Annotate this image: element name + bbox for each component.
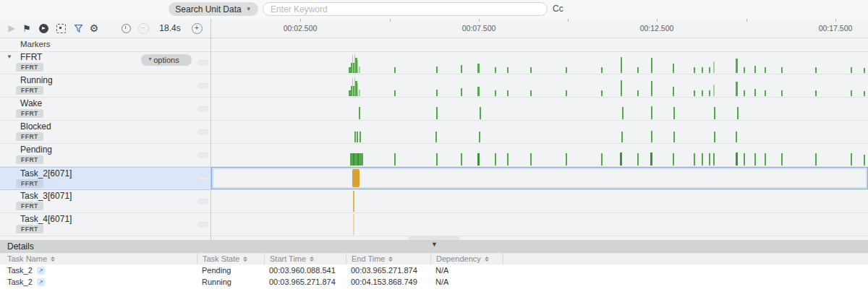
row-resize-handle[interactable]: [198, 129, 208, 134]
panel-row-task-3-6071-[interactable]: Task_3[6071]FFRT: [0, 190, 211, 213]
panel-row-pending[interactable]: PendingFFRT: [0, 144, 211, 167]
row-resize-handle[interactable]: [198, 222, 208, 227]
timeline-mark: [357, 60, 358, 73]
details-table-header: Task NameTask StateStart TimeEnd TimeDep…: [0, 253, 868, 265]
timeline-mark: [702, 153, 703, 166]
cell-start-time: 00:03.960.088.541: [264, 265, 346, 276]
cell-dependency: N/A: [430, 276, 503, 288]
timeline-mark: [737, 107, 739, 119]
top-search-bar: Search Unit Data ▼ Cc: [0, 0, 868, 19]
flag-icon[interactable]: ⚑: [21, 19, 33, 38]
panel-row-blocked[interactable]: BlockedFFRT: [0, 121, 211, 144]
timeline-mark: [461, 153, 462, 166]
track-ffrt[interactable]: [211, 51, 868, 74]
timeline-mark: [436, 153, 438, 166]
options-label: options: [153, 56, 179, 64]
timeline-mark: [480, 107, 481, 119]
match-case-toggle[interactable]: Cc: [553, 4, 563, 14]
timeline-mark: [622, 107, 624, 119]
panel-row-task-4-6071-[interactable]: Task_4[6071]FFRT: [0, 213, 211, 236]
sort-arrows-icon[interactable]: [485, 257, 489, 262]
timeline-mark: [359, 66, 360, 73]
jump-to-icon[interactable]: ↗: [37, 267, 45, 275]
jump-to-icon[interactable]: ↗: [37, 278, 45, 286]
track-task2[interactable]: [211, 167, 868, 190]
zoom-in-icon[interactable]: +: [191, 19, 203, 38]
sort-arrows-icon[interactable]: [310, 257, 314, 262]
ruler-tick: [835, 19, 836, 22]
timeline-mark: [694, 67, 695, 73]
markers-band[interactable]: Markers: [0, 38, 868, 52]
search-scope-label: Search Unit Data: [175, 4, 241, 14]
row-resize-handle[interactable]: [198, 152, 208, 158]
timeline-mark: [651, 131, 652, 142]
sort-arrows-icon[interactable]: [51, 257, 55, 262]
panel-row-running[interactable]: RunningFFRT: [0, 74, 211, 98]
track-task3[interactable]: [211, 190, 868, 213]
column-header-dependency[interactable]: Dependency: [430, 253, 503, 265]
play-icon[interactable]: ▶: [6, 19, 17, 38]
timeline-mark: [637, 153, 639, 166]
filter-icon[interactable]: [72, 19, 84, 38]
zoom-out-icon[interactable]: −: [137, 19, 149, 38]
timeline-mark: [754, 153, 756, 166]
row-resize-handle[interactable]: [198, 199, 208, 204]
markers-label: Markers: [20, 40, 51, 48]
timeline-mark: [815, 67, 817, 73]
collapse-caret-icon[interactable]: ▼: [431, 241, 438, 248]
keyword-search-input[interactable]: [263, 2, 548, 16]
timeline-mark: [436, 66, 438, 73]
expand-caret-icon[interactable]: ▼: [7, 53, 12, 60]
timeline-mark: [621, 132, 623, 142]
track-running[interactable]: [211, 74, 868, 98]
timeline-mark: [744, 90, 745, 96]
timeline-mark: [736, 152, 738, 166]
row-resize-handle[interactable]: [198, 176, 208, 181]
timeline-mark: [436, 107, 438, 119]
settings-gear-icon[interactable]: ⚙: [88, 19, 101, 38]
reset-zoom-icon[interactable]: [120, 19, 132, 38]
task-event-line: [353, 214, 354, 235]
details-header-bar[interactable]: Details ▼: [0, 240, 868, 254]
panel-row-task-2-6071-[interactable]: Task_2[6071]FFRT: [0, 167, 211, 190]
options-dropdown-button[interactable]: options▼: [141, 54, 192, 66]
timeline-mark: [709, 90, 710, 96]
timeline-mark: [713, 153, 715, 166]
row-resize-handle[interactable]: [198, 83, 208, 88]
column-header-end-time[interactable]: End Time: [346, 253, 430, 265]
track-blocked[interactable]: [211, 121, 868, 144]
navigate-icon[interactable]: [38, 19, 49, 38]
panel-row-ffrt[interactable]: ▼FFRTFFRToptions▼: [0, 51, 211, 74]
selected-track-overlay: [211, 167, 868, 189]
row-resize-handle[interactable]: [198, 106, 208, 111]
toolbar-ruler-band: ▶ ⚑ ⚙ − 18.4s + 00:02: [0, 19, 868, 38]
column-header-start-time[interactable]: Start Time: [264, 253, 346, 265]
panel-divider[interactable]: [210, 19, 211, 240]
column-header-task-name[interactable]: Task Name: [0, 253, 197, 265]
timeline-mark: [736, 82, 738, 96]
row-label: Running: [20, 75, 53, 85]
timeline-mark: [744, 153, 745, 166]
timeline-mark: [714, 107, 715, 119]
row-label: FFRT: [20, 52, 42, 62]
panel-row-wake[interactable]: WakeFFRT: [0, 98, 211, 121]
search-scope-dropdown[interactable]: Search Unit Data ▼: [169, 2, 258, 16]
track-task4[interactable]: [211, 213, 868, 236]
ruler-tick: [479, 19, 480, 22]
track-pending[interactable]: [211, 144, 868, 167]
sort-arrows-icon[interactable]: [243, 257, 247, 262]
timeline-ruler[interactable]: 00:02.50000:07.50000:12.50000:17.500: [211, 19, 868, 38]
timeline-mark: [815, 90, 817, 96]
timeline-mark: [359, 90, 360, 96]
row-resize-handle[interactable]: [198, 60, 208, 65]
column-header-task-state[interactable]: Task State: [197, 253, 264, 265]
table-row[interactable]: Task_2↗Pending00:03.960.088.54100:03.965…: [0, 265, 868, 276]
row-label: Blocked: [20, 121, 51, 132]
table-row[interactable]: Task_2↗Running00:03.965.271.87400:04.153…: [0, 276, 868, 288]
timeline-mark: [461, 65, 462, 73]
sort-arrows-icon[interactable]: [388, 257, 393, 262]
timeline-mark: [851, 153, 852, 166]
details-collapse-tab[interactable]: [409, 236, 459, 240]
track-wake[interactable]: [211, 98, 868, 121]
snapshot-icon[interactable]: [55, 19, 67, 38]
